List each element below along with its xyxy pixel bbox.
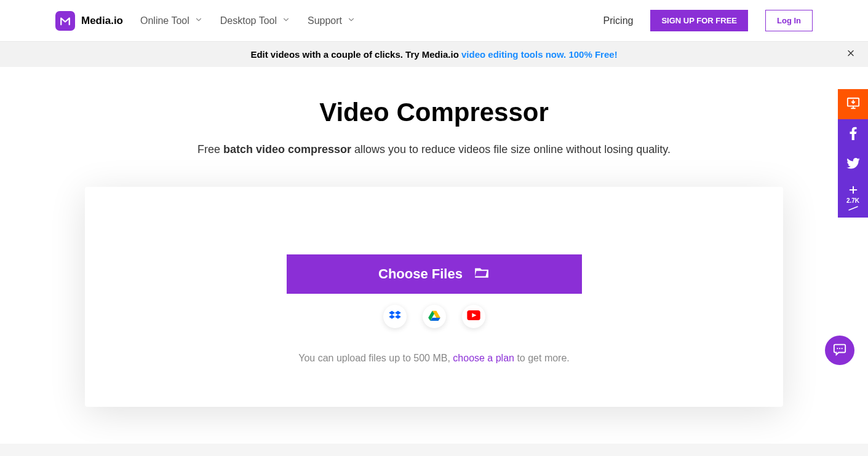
more-share-button[interactable]: 2.7K: [838, 179, 868, 218]
close-icon[interactable]: [846, 48, 856, 61]
login-button[interactable]: Log In: [765, 10, 813, 31]
promo-banner: Edit videos with a couple of clicks. Try…: [0, 42, 868, 67]
monitor-download-icon: [846, 96, 861, 112]
subtitle-bold: batch video compressor: [223, 143, 351, 155]
folder-icon: [474, 265, 490, 283]
dropbox-icon: [389, 310, 401, 323]
google-drive-button[interactable]: [423, 305, 446, 328]
choose-plan-link[interactable]: choose a plan: [453, 353, 514, 363]
logo-icon: [55, 11, 75, 31]
download-desktop-button[interactable]: [838, 89, 868, 119]
page-title: Video Compressor: [0, 98, 868, 127]
youtube-button[interactable]: [462, 305, 485, 328]
chevron-down-icon: [282, 15, 290, 26]
footer-space: [0, 444, 868, 456]
chat-button[interactable]: [825, 336, 854, 365]
nav-label: Support: [308, 15, 342, 26]
limit-before: You can upload files up to 500 MB,: [298, 353, 453, 363]
nav-desktop-tool[interactable]: Desktop Tool: [220, 15, 290, 26]
twitter-share-button[interactable]: [838, 149, 868, 179]
nav-label: Desktop Tool: [220, 15, 277, 26]
choose-files-button[interactable]: Choose Files: [287, 254, 582, 294]
dropbox-button[interactable]: [383, 305, 407, 328]
google-drive-icon: [428, 310, 440, 323]
banner-link[interactable]: video editing tools now. 100% Free!: [461, 49, 618, 60]
logo[interactable]: Media.io: [55, 11, 123, 31]
nav-support[interactable]: Support: [308, 15, 356, 26]
chevron-down-icon: [347, 15, 356, 26]
twitter-icon: [846, 158, 860, 171]
pricing-link[interactable]: Pricing: [603, 15, 634, 26]
subtitle-after: allows you to reduce videos file size on…: [351, 143, 671, 155]
nav-online-tool[interactable]: Online Tool: [140, 15, 203, 26]
nav-label: Online Tool: [140, 15, 189, 26]
choose-label: Choose Files: [378, 266, 463, 282]
facebook-share-button[interactable]: [838, 119, 868, 149]
chat-icon: [832, 342, 847, 358]
svg-point-3: [839, 348, 840, 349]
share-count: 2.7K: [846, 197, 859, 204]
main-header: Media.io Online Tool Desktop Tool Suppor…: [0, 0, 868, 42]
upload-card: Choose Files: [85, 187, 783, 407]
svg-point-2: [837, 348, 838, 349]
cloud-sources: [85, 305, 783, 328]
share-arrow-icon: [848, 205, 859, 213]
main-content: Video Compressor Free batch video compre…: [0, 67, 868, 444]
banner-text: Edit videos with a couple of clicks. Try…: [250, 49, 461, 60]
header-left: Media.io Online Tool Desktop Tool Suppor…: [55, 11, 356, 31]
logo-text: Media.io: [81, 15, 123, 27]
signup-button[interactable]: SIGN UP FOR FREE: [650, 10, 748, 31]
svg-point-4: [842, 348, 843, 349]
page-subtitle: Free batch video compressor allows you t…: [0, 143, 868, 156]
plus-icon: [848, 185, 858, 196]
subtitle-before: Free: [197, 143, 223, 155]
chevron-down-icon: [194, 15, 203, 26]
limit-after: to get more.: [514, 353, 570, 363]
youtube-icon: [467, 310, 480, 323]
upload-limit-text: You can upload files up to 500 MB, choos…: [85, 353, 783, 364]
header-right: Pricing SIGN UP FOR FREE Log In: [603, 10, 813, 31]
social-rail: 2.7K: [838, 89, 868, 218]
facebook-icon: [850, 127, 857, 143]
